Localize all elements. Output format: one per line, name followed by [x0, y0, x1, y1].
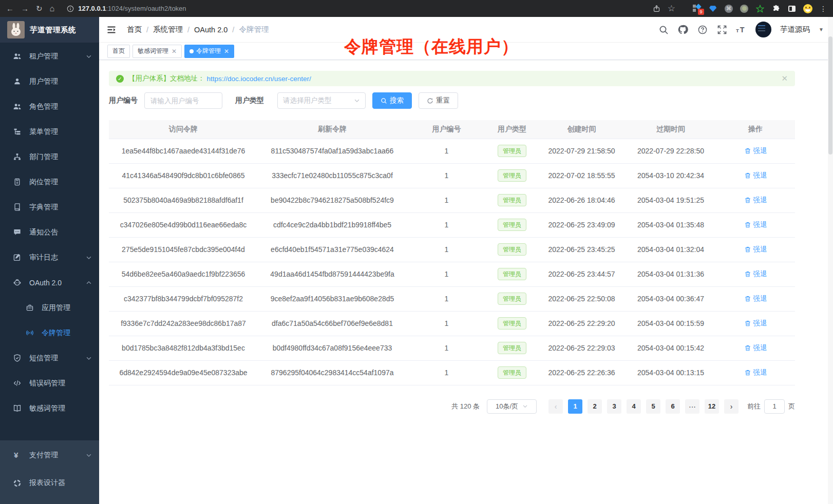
post-badge-icon — [12, 178, 22, 187]
force-logout-button[interactable]: 强退 — [744, 343, 767, 353]
sidebar-item-users[interactable]: 租户管理 — [0, 44, 99, 69]
force-logout-button[interactable]: 强退 — [744, 171, 767, 180]
created-at-cell: 2022-06-25 23:49:09 — [538, 212, 626, 237]
forward-icon[interactable]: → — [21, 5, 29, 12]
sidebar-item-app-briefcase[interactable]: 应用管理 — [0, 295, 99, 320]
search-icon[interactable] — [658, 24, 669, 35]
force-logout-button[interactable]: 强退 — [744, 146, 767, 156]
user-name[interactable]: 芋道源码 — [780, 25, 810, 34]
user-type-cell: 管理员 — [486, 336, 538, 360]
page-button[interactable]: 5 — [646, 399, 660, 414]
extension-command-icon[interactable]: ⌘ — [725, 5, 733, 13]
sidebar-item-robot[interactable]: OAuth 2.0 — [0, 270, 99, 295]
scrollbar[interactable] — [828, 17, 833, 504]
github-icon[interactable] — [677, 24, 688, 35]
force-logout-button[interactable]: 强退 — [744, 196, 767, 205]
alert-close-icon[interactable]: ✕ — [781, 74, 788, 83]
page-size-select[interactable]: 10条/页 — [487, 399, 537, 414]
profile-avatar-icon[interactable] — [803, 4, 812, 13]
sidebar-item-sms-shield[interactable]: 短信管理 — [0, 345, 99, 371]
fullscreen-icon[interactable] — [716, 24, 727, 35]
user-caret-icon[interactable]: ▼ — [819, 27, 824, 32]
page-button[interactable]: 3 — [607, 399, 621, 414]
doc-alert: ✓ 【用户体系】文档地址： https://doc.iocoder.cn/use… — [109, 71, 795, 86]
action-cell: 强退 — [716, 311, 795, 336]
breadcrumb-separator: / — [187, 26, 190, 34]
extension-gem-icon[interactable] — [709, 4, 717, 13]
sidebar-item-user[interactable]: 用户管理 — [0, 69, 99, 94]
sidebar-item-pay-yen[interactable]: ¥支付管理 — [0, 441, 99, 469]
trash-icon — [744, 320, 751, 327]
sidebar-item-label: 用户管理 — [29, 77, 92, 86]
sidebar-panel-icon[interactable] — [787, 4, 796, 13]
back-icon[interactable]: ← — [6, 5, 14, 12]
address-bar[interactable]: 127.0.0.1:1024/system/oauth2/token — [67, 5, 186, 12]
sidebar-item-sensitive-book[interactable]: 敏感词管理 — [0, 396, 99, 421]
page-button[interactable]: 1 — [568, 399, 582, 414]
force-logout-button[interactable]: 强退 — [744, 245, 767, 254]
sidebar-item-errorcode[interactable]: 错误码管理 — [0, 371, 99, 396]
user-type-badge: 管理员 — [498, 342, 526, 354]
tab-close-icon[interactable]: ✕ — [224, 48, 229, 55]
action-cell: 强退 — [716, 188, 795, 212]
sidebar-item-post-badge[interactable]: 岗位管理 — [0, 169, 99, 195]
force-logout-button[interactable]: 强退 — [744, 294, 767, 303]
sidebar-item-org[interactable]: 部门管理 — [0, 144, 99, 169]
page-unit-label: 页 — [788, 402, 795, 411]
extension-puzzle-icon[interactable] — [771, 4, 780, 13]
doc-link[interactable]: https://doc.iocoder.cn/user-center/ — [207, 75, 311, 83]
page-button[interactable]: 4 — [627, 399, 641, 414]
tab-item[interactable]: 首页 — [107, 45, 130, 58]
site-info-icon[interactable] — [67, 5, 74, 12]
next-page-button[interactable]: › — [724, 399, 739, 414]
more-pages-button[interactable]: ··· — [685, 399, 699, 414]
share-icon[interactable] — [653, 5, 660, 12]
user-type-select[interactable]: 请选择用户类型 — [277, 92, 366, 109]
font-size-icon[interactable]: TT — [736, 24, 747, 35]
extension-circle-icon[interactable] — [740, 5, 748, 13]
sidebar-item-label: 字典管理 — [29, 203, 92, 212]
sidebar-item-dict-book[interactable]: 字典管理 — [0, 195, 99, 220]
force-logout-button[interactable]: 强退 — [744, 269, 767, 279]
search-button[interactable]: 搜索 — [372, 92, 412, 109]
reload-icon[interactable]: ↻ — [36, 5, 43, 12]
sidebar-item-token-broadcast[interactable]: 令牌管理 — [0, 320, 99, 345]
page-button[interactable]: 12 — [705, 399, 719, 414]
sidebar-item-roles[interactable]: 角色管理 — [0, 94, 99, 119]
tab-active[interactable]: 令牌管理✕ — [184, 45, 234, 58]
collapse-menu-icon[interactable] — [106, 24, 118, 35]
page-button[interactable]: 6 — [666, 399, 680, 414]
sidebar-item-notice-chat[interactable]: 通知公告 — [0, 220, 99, 245]
home-icon[interactable]: ⌂ — [50, 5, 55, 13]
breadcrumb-item[interactable]: OAuth 2.0 — [194, 26, 228, 34]
bookmark-star-icon[interactable]: ☆ — [668, 4, 675, 13]
sidebar-item-report-designer[interactable]: 报表设计器 — [0, 469, 99, 497]
sidebar-item-audit-log[interactable]: 审计日志 — [0, 245, 99, 270]
extension-star-icon[interactable] — [755, 4, 764, 13]
logo[interactable]: 芋道管理系统 — [0, 17, 99, 43]
sidebar-item-label: OAuth 2.0 — [29, 279, 86, 287]
token-broadcast-icon — [26, 329, 34, 337]
breadcrumb-item[interactable]: 系统管理 — [153, 25, 183, 34]
goto-page-input[interactable] — [764, 399, 785, 414]
tab-item[interactable]: 敏感词管理✕ — [132, 45, 182, 58]
expires-at-cell: 2054-03-04 01:32:04 — [626, 237, 716, 262]
user-type-cell: 管理员 — [486, 237, 538, 262]
force-logout-button[interactable]: 强退 — [744, 368, 767, 377]
prev-page-button[interactable]: ‹ — [548, 399, 563, 414]
user-avatar[interactable] — [755, 22, 771, 37]
user-id-input[interactable] — [144, 92, 222, 109]
reset-button[interactable]: 重置 — [419, 92, 458, 109]
page-button[interactable]: 2 — [588, 399, 602, 414]
tab-close-icon[interactable]: ✕ — [172, 48, 177, 55]
breadcrumb-item[interactable]: 首页 — [127, 25, 142, 34]
expires-at-cell: 2054-03-04 00:15:59 — [626, 311, 716, 336]
breadcrumb-item[interactable]: 令牌管理 — [239, 25, 269, 34]
force-logout-button[interactable]: 强退 — [744, 220, 767, 229]
force-logout-button[interactable]: 强退 — [744, 319, 767, 328]
filter-form: 用户编号 用户类型 请选择用户类型 搜索 — [109, 92, 795, 109]
browser-menu-icon[interactable]: ⋮ — [820, 5, 827, 13]
sidebar-item-menu-tree[interactable]: 菜单管理 — [0, 119, 99, 144]
extension-grid-icon[interactable]: 9 — [693, 4, 702, 13]
help-icon[interactable] — [697, 24, 708, 35]
